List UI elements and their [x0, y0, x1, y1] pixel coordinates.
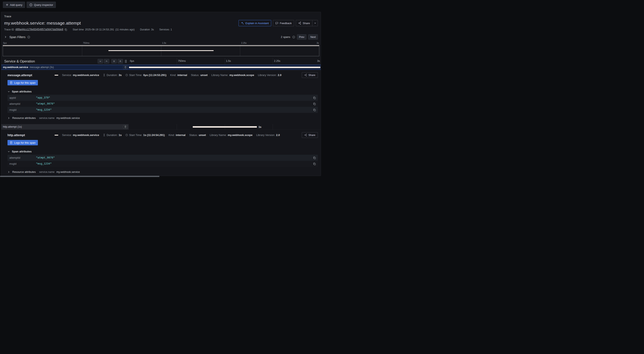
attribute-key: attemptId [9, 103, 36, 105]
span-bar-http-attempt[interactable] [193, 126, 257, 128]
share-icon [304, 74, 307, 76]
resource-attributes-label: Resource attributes [12, 116, 36, 120]
span-share-button[interactable]: Share [302, 132, 318, 138]
attribute-value: "atmpt_9876" [36, 103, 313, 105]
copy-icon[interactable] [313, 103, 316, 105]
share-icon [304, 134, 307, 136]
add-query-button[interactable]: Add query [3, 2, 25, 8]
trace-meta: Trace ID 489a44cc170e83454857a5647da59de… [1, 26, 321, 31]
span-operation-name: message.attempt (3s) [30, 66, 54, 69]
share-menu-caret-button[interactable] [312, 20, 318, 26]
add-query-label: Add query [10, 3, 22, 7]
minimap-gridline [240, 45, 240, 56]
collapse-one-button[interactable] [98, 59, 103, 64]
query-inspector-button[interactable]: Query inspector [27, 2, 56, 8]
resource-attributes-toggle[interactable]: Resource attributes service.name my.webh… [8, 116, 318, 120]
chevron-down-icon [8, 150, 10, 153]
span-filters-label[interactable]: Span Filters [9, 36, 26, 39]
share-split-button: Share [296, 20, 318, 26]
span-color-swatch [54, 135, 58, 136]
next-span-button[interactable]: Next [308, 34, 318, 40]
status-field-label: Status: [191, 74, 199, 77]
span-attributes-toggle[interactable]: Span attributes [8, 150, 318, 153]
start-field-label: Start Time: [129, 74, 142, 77]
trace-id-label: Trace ID [4, 28, 14, 31]
timeline-tick: 0μs [130, 60, 134, 63]
copy-icon[interactable] [313, 156, 316, 159]
resource-attributes-toggle[interactable]: Resource attributes service.name my.webh… [8, 170, 318, 173]
duration-field-label: Duration: [106, 134, 118, 137]
angle-right-icon[interactable] [4, 36, 7, 38]
share-label: Share [303, 22, 310, 25]
trace-id-value[interactable]: 489a44cc170e83454857a5647da59de8 [15, 28, 63, 31]
feedback-button[interactable]: Feedback [273, 20, 294, 26]
library-version-label: Library Version: [256, 134, 275, 137]
services-value: 1 [170, 28, 172, 31]
service-field-value: my.webhook.service [73, 74, 99, 77]
feedback-label: Feedback [280, 22, 292, 25]
info-circle-icon [292, 36, 295, 39]
resource-key: service.name [39, 117, 54, 120]
minimap-tick: 2.25s [241, 42, 247, 44]
kind-field-label: Kind: [168, 134, 175, 137]
span-share-label: Share [308, 134, 315, 137]
span-logs-icon[interactable] [123, 66, 128, 69]
copy-icon[interactable] [313, 162, 316, 165]
span-logs-icon[interactable] [123, 125, 128, 129]
minimap-gridline [82, 45, 82, 56]
pane-resize-handle[interactable] [125, 60, 126, 63]
span-bar-message-attempt[interactable] [129, 67, 320, 68]
duration-field-value: 1s [119, 134, 122, 137]
minimap-span-http-attempt [108, 50, 214, 51]
copy-icon[interactable] [313, 109, 316, 111]
info-circle-icon [29, 3, 32, 7]
library-version-value: 2.0 [276, 134, 280, 137]
span-count: 2 spans [281, 36, 290, 39]
attribute-key: msgId [9, 162, 36, 165]
library-name-label: Library Name: [210, 134, 227, 137]
copy-trace-id-icon[interactable] [64, 28, 67, 31]
span-attributes-toggle[interactable]: Span attributes [8, 90, 318, 93]
span-attributes-table: appId "app_379" attemptId "atmpt_9876" m… [8, 95, 318, 113]
share-icon [298, 22, 301, 25]
prev-span-button[interactable]: Prev [297, 34, 306, 40]
expand-one-button[interactable] [104, 59, 109, 64]
span-row-http-attempt[interactable]: http.attempt (1s) 1s [1, 124, 321, 130]
expand-all-button[interactable] [118, 59, 123, 64]
attribute-key: msgId [9, 109, 36, 111]
start-field-value: 1s (11:24:54.291) [143, 134, 165, 137]
span-attributes-table: attemptId "atmpt_9876" msgId "msg_1234" [8, 155, 318, 167]
timeline-gridline [177, 124, 177, 130]
logs-for-span-button[interactable]: Logs for this span [8, 80, 38, 85]
service-field-label: Service: [62, 74, 72, 77]
share-button[interactable]: Share [296, 20, 312, 26]
start-time-label: Start time [73, 28, 84, 31]
caret-down-icon [314, 22, 316, 24]
attribute-row: attemptId "atmpt_9876" [8, 155, 318, 161]
minimap-tick: 0μs [3, 42, 7, 44]
kind-field-label: Kind: [170, 74, 176, 77]
span-detail-message-attempt: message.attempt Service:my.webhook.servi… [1, 70, 321, 121]
trace-minimap: 0μs 750ms 1.5s 2.25s 3s [3, 42, 319, 56]
span-row-message-attempt[interactable]: my.webhook.service message.attempt (3s) [1, 65, 321, 70]
library-name-label: Library Name: [211, 74, 228, 77]
horizontal-scrollbar-thumb[interactable] [0, 176, 160, 177]
copy-icon[interactable] [313, 96, 316, 99]
minimap-tick: 3s [316, 42, 319, 44]
chevron-down-icon [8, 90, 10, 93]
hourglass-icon [103, 134, 106, 136]
span-share-button[interactable]: Share [302, 72, 318, 78]
timeline-tick: 1.5s [226, 60, 231, 63]
explain-in-assistant-button[interactable]: Explain in Assistant [238, 20, 271, 26]
logs-for-span-label: Logs for this span [14, 81, 36, 84]
double-chevron-up-icon [119, 60, 122, 63]
span-filters-bar: Span Filters 2 spans Prev Next [1, 31, 321, 41]
minimap-viewport[interactable] [3, 45, 319, 56]
collapse-all-button[interactable] [111, 59, 117, 64]
logs-for-span-button[interactable]: Logs for this span [8, 140, 38, 145]
status-field-label: Status: [189, 134, 198, 137]
start-time-ago: (11 minutes ago) [115, 28, 135, 31]
library-name-value: my.webhook.scope [228, 134, 252, 137]
attribute-row: msgId "msg_1234" [8, 161, 318, 167]
resource-value: my.webhook.service [56, 117, 80, 120]
